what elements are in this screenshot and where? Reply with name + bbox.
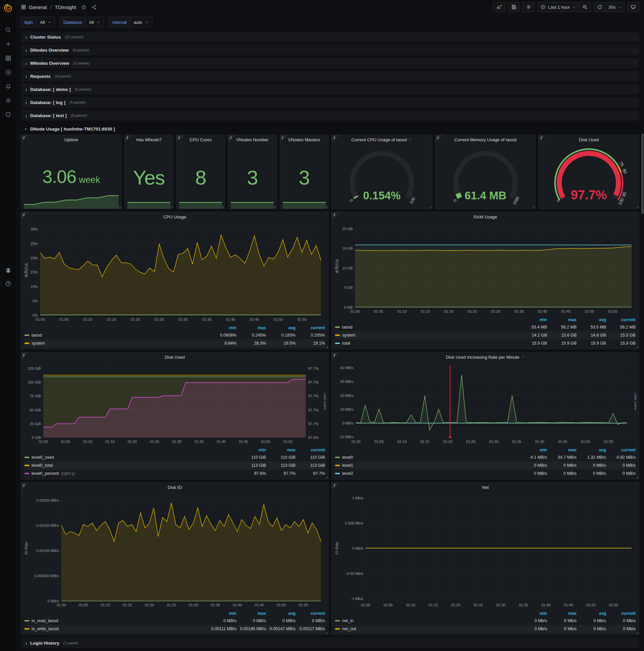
cycle-view-mode-button[interactable] (627, 2, 639, 12)
user-avatar[interactable] (2, 266, 14, 275)
legend-series-io-read-taosd[interactable]: io_read_taosd (25, 618, 207, 623)
info-icon[interactable]: i (23, 213, 24, 217)
page-scrollbar-thumb[interactable] (641, 133, 644, 214)
row-database-log[interactable]: ›Database: [ log ](5 panels) (21, 97, 639, 108)
legend-column-max[interactable]: max (266, 447, 295, 452)
panel-menu-chevron-icon[interactable] (409, 137, 412, 142)
create-plus-icon[interactable] (2, 40, 14, 48)
row-drag-handle[interactable] (633, 100, 637, 105)
chart-cpu-usage-title[interactable]: CPU Usage (21, 212, 328, 221)
alerting-bell-icon[interactable] (2, 82, 14, 91)
zoom-out-time-button[interactable] (579, 2, 591, 12)
chart-disk-used-title[interactable]: Disk Used (21, 352, 328, 362)
legend-column-min[interactable]: min (207, 326, 236, 330)
gauge-current-memory-usage-of-taosd-title[interactable]: Current Memory Usage of taosd (436, 135, 536, 144)
chart-plot-area[interactable]: 01:0001:0501:1001:1501:2001:2501:3001:35… (334, 221, 636, 316)
row-mnodes-overview[interactable]: ›MNodes Overview(2 panels) (21, 58, 639, 68)
chart-plot-area[interactable]: 01:0001:0501:1001:1501:2001:2501:3001:35… (24, 221, 326, 324)
legend-series-taosd[interactable]: taosd (335, 325, 518, 330)
row-drag-handle[interactable] (633, 35, 637, 40)
legend-series-level0-used[interactable]: level0_used (25, 455, 236, 460)
info-icon[interactable]: i (333, 483, 335, 488)
legend-column-avg[interactable]: avg (266, 611, 295, 616)
info-icon[interactable]: i (23, 483, 24, 488)
info-icon[interactable]: i (540, 135, 542, 140)
stat-uptime-title[interactable]: Uptime (21, 135, 121, 144)
legend-column-current[interactable]: current (606, 317, 636, 322)
server-admin-shield-icon[interactable] (2, 110, 14, 119)
legend-series-net-out[interactable]: net_out (335, 626, 518, 631)
legend-column-min[interactable]: min (518, 611, 547, 616)
legend-series-system[interactable]: system (335, 333, 518, 338)
variable-fqdn-value[interactable]: All (36, 17, 55, 28)
help-icon[interactable] (2, 279, 14, 288)
legend-series-level1[interactable]: level1 (335, 463, 518, 468)
time-range-picker[interactable]: Last 1 hour (537, 2, 579, 12)
legend-column-max[interactable]: max (236, 611, 266, 616)
chart-disk-io-title[interactable]: Disk IO (21, 483, 328, 492)
legend-column-min[interactable]: min (518, 317, 547, 322)
legend-series-total[interactable]: total (335, 341, 518, 346)
legend-series-level2[interactable]: level2 (335, 471, 518, 476)
dashboards-icon[interactable] (2, 54, 14, 62)
row-cluster-status[interactable]: ›Cluster Status(21 panels) (21, 32, 639, 42)
info-icon[interactable]: i (333, 213, 335, 217)
star-icon[interactable] (81, 4, 87, 10)
legend-series-level0[interactable]: level0 (335, 455, 518, 460)
grafana-logo[interactable] (0, 0, 16, 16)
dashboard-settings-button[interactable] (523, 2, 535, 12)
row-database-test[interactable]: ›Database: [ test ](5 panels) (21, 110, 639, 121)
legend-series-io-write-taosd[interactable]: io_write_taosd (25, 626, 207, 631)
info-icon[interactable]: i (230, 135, 231, 140)
chart-plot-area[interactable]: 01:0001:0501:1001:1501:2001:2501:3001:35… (24, 492, 326, 610)
legend-column-current[interactable]: current (606, 611, 636, 616)
info-icon[interactable]: i (23, 135, 24, 140)
breadcrumb-section[interactable]: General (29, 4, 46, 10)
row-drag-handle[interactable] (633, 87, 637, 92)
row-drag-handle[interactable] (633, 61, 637, 66)
legend-column-avg[interactable]: avg (577, 317, 606, 322)
legend-series-level0-total[interactable]: level0_total (25, 463, 236, 468)
info-icon[interactable]: i (333, 353, 335, 358)
refresh-interval-dropdown[interactable]: 30s (606, 2, 624, 12)
row-dnode-usage[interactable]: › DNode Usage [ huolinhe-TM1701:6030 ] (21, 123, 639, 134)
chart-net-title[interactable]: Net (332, 483, 639, 492)
legend-column-current[interactable]: current (295, 326, 325, 330)
legend-column-min[interactable]: min (207, 611, 236, 616)
row-drag-handle[interactable] (633, 74, 637, 79)
gauge-disk-used-title[interactable]: Disk Used (539, 135, 639, 144)
row-requests[interactable]: ›Requests(4 panels) (21, 71, 639, 82)
info-icon[interactable]: i (437, 135, 439, 140)
chart-plot-area[interactable]: 01:0001:0501:1001:1501:2001:2501:3001:35… (334, 362, 636, 446)
legend-column-max[interactable]: max (547, 317, 577, 322)
info-icon[interactable]: i (282, 135, 283, 140)
legend-series-taosd[interactable]: taosd (25, 333, 207, 338)
legend-column-min[interactable]: min (236, 447, 266, 452)
add-panel-button[interactable] (493, 2, 505, 12)
legend-column-current[interactable]: current (606, 447, 636, 452)
legend-series-level0-percent[interactable]: level0_percent(right-y) (25, 471, 236, 476)
info-icon[interactable]: i (333, 135, 335, 140)
info-icon[interactable]: i (178, 135, 180, 140)
legend-series-net-in[interactable]: net_in (335, 618, 518, 623)
configuration-gear-icon[interactable] (2, 96, 14, 105)
row-login-history[interactable]: › Login History (1 panel) (21, 638, 639, 648)
panel-menu-chevron-icon[interactable] (521, 355, 524, 359)
row-database-demo[interactable]: ›Database: [ demo ](5 panels) (21, 84, 639, 95)
row-drag-handle[interactable] (633, 113, 637, 118)
chart-disk-used-increasing-rate-per-minute-title[interactable]: Disk Used Increasing Rate per Minute (332, 352, 639, 362)
info-icon[interactable]: i (23, 353, 24, 358)
legend-series-system[interactable]: system (25, 341, 207, 346)
row-drag-handle[interactable] (633, 48, 637, 53)
legend-column-max[interactable]: max (236, 326, 266, 330)
legend-column-avg[interactable]: avg (577, 611, 606, 616)
chart-ram-usage-title[interactable]: RAM Usage (332, 212, 639, 221)
row-drag-handle[interactable] (633, 641, 637, 646)
explore-compass-icon[interactable] (2, 68, 14, 76)
legend-column-avg[interactable]: avg (266, 326, 295, 330)
row-dnodes-overview[interactable]: ›DNodes Overview(4 panels) (21, 44, 639, 55)
variable-database-value[interactable]: All (85, 17, 104, 28)
legend-column-avg[interactable]: avg (577, 447, 606, 452)
search-icon[interactable] (2, 26, 14, 34)
page-title[interactable]: TDinsight (55, 4, 76, 10)
